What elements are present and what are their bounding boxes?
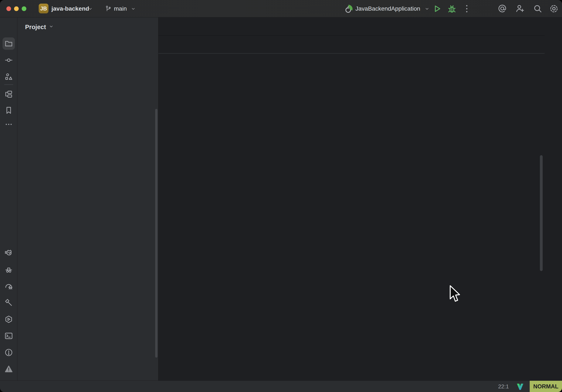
tool-button-build-hammer-icon[interactable] (2, 297, 15, 309)
tool-button-project-folder-icon[interactable] (2, 37, 15, 50)
sticky-line[interactable] (158, 36, 545, 54)
ai-at-spiral-icon[interactable] (497, 4, 507, 13)
add-user-icon[interactable] (515, 4, 525, 13)
chevron-down-icon (424, 6, 430, 12)
tool-button-ai-cat-icon[interactable] (2, 247, 15, 259)
editor-tab-bar (158, 17, 545, 36)
tool-button-terminal-icon[interactable] (2, 330, 15, 342)
tool-button-structure-icon[interactable] (2, 71, 15, 83)
close-window-button[interactable] (6, 6, 11, 11)
more-actions-kebab-icon[interactable] (462, 4, 472, 14)
editor-scrollbar[interactable] (540, 155, 543, 271)
project-badge[interactable]: JB (39, 4, 48, 13)
ide-window: JB java-backend main JavaBackendApplicat… (0, 0, 562, 392)
minimize-window-button[interactable] (14, 6, 19, 11)
tool-button-warning-triangle-icon[interactable] (2, 363, 15, 375)
chevron-down-icon (130, 6, 136, 12)
editor-area (158, 17, 545, 380)
caret-position-widget[interactable]: 22:1 (498, 381, 509, 392)
settings-gear-icon[interactable] (549, 4, 559, 14)
project-view-title: Project (25, 24, 46, 31)
tool-button-bookmarks-icon[interactable] (2, 104, 15, 117)
tool-button-services-hexagon-icon[interactable] (2, 313, 15, 325)
tool-button-layout-icon[interactable] (2, 88, 15, 100)
tool-button-incognito-icon[interactable] (2, 263, 15, 276)
title-bar: JB java-backend main JavaBackendApplicat… (0, 0, 562, 17)
tool-button-profiler-icon[interactable] (2, 280, 15, 292)
chevron-down-icon (48, 24, 54, 31)
tool-button-more-dots-icon[interactable] (2, 118, 15, 131)
search-icon[interactable] (533, 4, 542, 13)
vim-icon[interactable] (516, 383, 524, 391)
project-tool-window: Project (17, 17, 158, 380)
springboot-run-icon (344, 4, 354, 15)
tool-button-commit-icon[interactable] (2, 54, 15, 66)
status-bar: 22:1 NORMAL (0, 380, 562, 392)
run-configuration-selector[interactable]: JavaBackendApplication (355, 0, 420, 17)
maximize-window-button[interactable] (22, 6, 26, 11)
tool-button-problems-icon[interactable] (2, 346, 15, 359)
run-button[interactable] (432, 4, 442, 14)
debug-button[interactable] (447, 4, 457, 14)
ide-window-stage: JB java-backend main JavaBackendApplicat… (0, 0, 562, 392)
project-selector[interactable]: java-backend (51, 0, 89, 17)
git-branch-icon (105, 5, 112, 13)
project-scrollbar[interactable] (155, 109, 157, 357)
branch-selector[interactable]: main (114, 0, 127, 17)
project-view-selector[interactable]: Project (25, 22, 54, 32)
strip-divider (4, 84, 13, 85)
left-tool-strip (0, 17, 17, 380)
vim-mode-badge[interactable]: NORMAL (530, 381, 562, 392)
chevron-down-icon (88, 6, 93, 12)
